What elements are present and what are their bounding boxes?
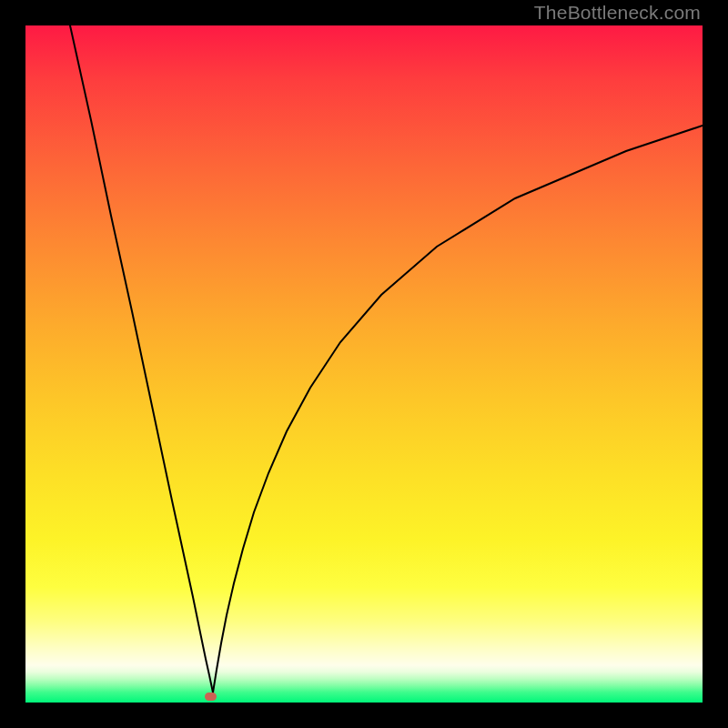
bottleneck-curve: [25, 25, 703, 703]
minimum-marker: [205, 693, 217, 701]
attribution-label: TheBottleneck.com: [534, 2, 701, 24]
curve-left-branch: [70, 25, 213, 693]
plot-area: [25, 25, 703, 703]
curve-right-branch: [213, 126, 703, 693]
chart-frame: TheBottleneck.com: [0, 0, 728, 728]
